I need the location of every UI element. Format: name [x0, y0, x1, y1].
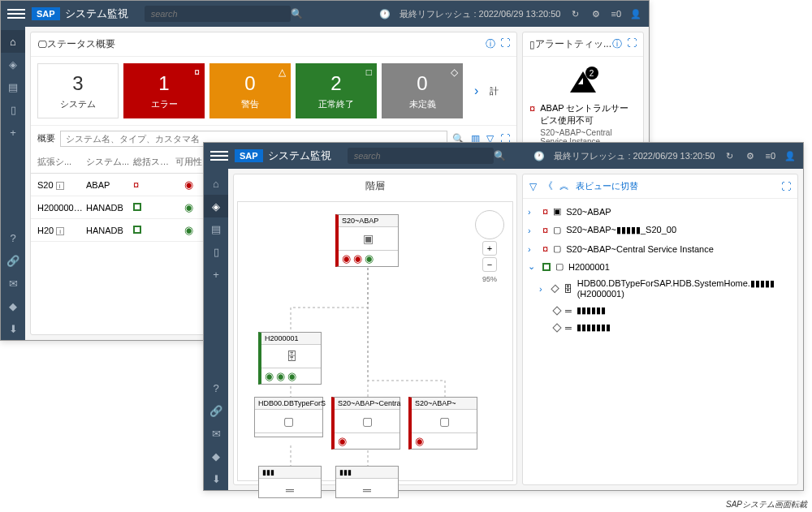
nav-link-icon[interactable]: 🔗 — [204, 399, 228, 422]
app-title: システム監視 — [268, 148, 331, 163]
gear-icon[interactable]: ⚙ — [590, 7, 603, 20]
tree-item[interactable]: ═ ▮▮▮▮▮▮ — [526, 302, 794, 319]
chevron-down-icon[interactable]: ⌄ — [528, 261, 538, 272]
nav-help-icon[interactable]: ? — [1, 226, 25, 249]
nav-mail-icon[interactable]: ✉ — [1, 272, 25, 295]
panel-title-icon: 🖵 — [37, 39, 47, 50]
tree-item[interactable]: › ¤ ▢ S20~ABAP~Central Service Instance — [526, 239, 794, 258]
tile-warning[interactable]: △ 0 警告 — [209, 63, 291, 118]
nav-layers-icon[interactable]: ◈ — [204, 195, 228, 217]
search-icon[interactable]: 🔍 — [494, 149, 507, 162]
zoom-out-button[interactable]: − — [482, 257, 497, 272]
availability-ok-icon: ◉ — [184, 201, 193, 213]
user-icon[interactable]: 👤 — [629, 7, 642, 20]
nav-doc-icon[interactable]: ▯ — [1, 98, 25, 121]
undefined-icon: ◇ — [451, 67, 458, 78]
left-nav: ⌂ ◈ ▤ ▯ + ? 🔗 ✉ ◆ ⬇ — [204, 169, 228, 490]
nav-download-icon[interactable]: ⬇ — [1, 317, 25, 340]
gear-icon[interactable]: ⚙ — [744, 149, 757, 162]
panel-title: ステータス概要 — [47, 37, 115, 51]
menu-icon[interactable] — [210, 147, 228, 165]
nav-add-icon[interactable]: + — [204, 263, 228, 286]
info-icon[interactable]: i — [56, 227, 64, 235]
tree-item[interactable]: › ¤ ▢ S20~ABAP~▮▮▮▮▮_S20_00 — [526, 221, 794, 239]
expand-icon[interactable]: ⛶ — [781, 181, 791, 192]
chevron-right-icon[interactable]: › — [528, 207, 538, 217]
info-icon[interactable]: ⓘ — [612, 37, 622, 51]
clock-icon: 🕐 — [533, 149, 546, 162]
search-input[interactable] — [145, 6, 291, 22]
tree-item[interactable]: ═ ▮▮▮▮▮▮▮ — [526, 319, 794, 336]
nav-tag-icon[interactable]: ◆ — [1, 295, 25, 317]
expand-all-icon[interactable]: ︽ — [559, 179, 569, 193]
col-header[interactable]: 拡張シ... — [37, 156, 86, 168]
nav-mail-icon[interactable]: ✉ — [204, 422, 228, 445]
nav-download-icon[interactable]: ⬇ — [204, 467, 228, 490]
expand-icon[interactable]: ⛶ — [500, 37, 510, 51]
nav-link-icon[interactable]: 🔗 — [1, 249, 25, 272]
sap-logo: SAP — [32, 7, 60, 20]
node-h2000001[interactable]: H2000001 🗄 ◉◉◉ — [258, 332, 322, 385]
refresh-icon[interactable]: ↻ — [568, 7, 581, 20]
tile-ok[interactable]: □ 2 正常終了 — [296, 63, 377, 118]
tiles-next-icon[interactable]: › — [468, 84, 485, 98]
message-indicator[interactable]: ≡0 — [765, 151, 775, 161]
chevron-right-icon[interactable]: › — [539, 284, 547, 294]
status-ok-icon — [133, 226, 141, 234]
info-icon[interactable]: i — [56, 182, 64, 190]
node-s20-abap[interactable]: S20~ABAP ▣ ◉◉◉ — [335, 214, 399, 267]
chevron-right-icon[interactable]: › — [528, 244, 538, 254]
shell-header: SAP システム監視 🔍 🕐 最終リフレッシュ : 2022/06/29 13:… — [1, 1, 649, 27]
expand-icon[interactable]: ⛶ — [627, 37, 637, 51]
window-system-monitoring-2: SAP システム監視 🔍 🕐 最終リフレッシュ : 2022/06/29 13:… — [203, 142, 804, 491]
col-header[interactable]: システム... — [86, 156, 133, 168]
col-header[interactable]: 可用性 — [174, 156, 206, 168]
tile-system[interactable]: 3 システム — [37, 63, 119, 118]
diagram-canvas[interactable]: S20~ABAP ▣ ◉◉◉ H2000001 🗄 ◉◉◉ HDB00.DBTy… — [237, 201, 513, 481]
node-hdb00[interactable]: HDB00.DBTypeForS ▢ — [254, 397, 323, 437]
nav-home-icon[interactable]: ⌂ — [204, 172, 228, 195]
node-abap-inst[interactable]: S20~ABAP~ ▢ ◉ — [408, 397, 477, 450]
node-blank-2[interactable]: ▮▮▮═ — [335, 466, 399, 498]
chevron-right-icon[interactable]: › — [528, 226, 538, 235]
tile-undefined[interactable]: ◇ 0 未定義 — [382, 63, 463, 118]
nav-help-icon[interactable]: ? — [204, 376, 228, 399]
col-header[interactable]: 総括ステ... — [133, 156, 174, 168]
zoom-in-button[interactable]: + — [482, 241, 497, 256]
user-icon[interactable]: 👤 — [784, 149, 797, 162]
nav-list-icon[interactable]: ▤ — [204, 217, 228, 240]
switch-view-link[interactable]: 表ビューに切替 — [576, 180, 638, 192]
search-icon[interactable]: 🔍 — [291, 7, 304, 20]
node-blank-1[interactable]: ▮▮▮═ — [258, 466, 322, 498]
tree-item[interactable]: › 🗄 HDB00.DBTypeForSAP.HDB.SystemHome.▮▮… — [526, 275, 794, 302]
doc-icon: ▢ — [553, 225, 561, 235]
search-input[interactable] — [348, 148, 494, 164]
alert-panel-icon: ▯ — [529, 39, 535, 50]
nav-home-icon[interactable]: ⌂ — [1, 30, 25, 53]
tree-item[interactable]: › ¤ ▣ S20~ABAP — [526, 202, 794, 221]
sap-logo: SAP — [235, 149, 263, 162]
collapse-icon[interactable]: 《 — [543, 179, 553, 193]
alert-title[interactable]: ABAP セントラルサービス使用不可 — [540, 102, 637, 127]
status-ok-icon — [542, 263, 551, 271]
nav-layers-icon[interactable]: ◈ — [1, 53, 25, 75]
diamond-icon — [552, 306, 561, 315]
node-central[interactable]: S20~ABAP~Centra ▢ ◉ — [331, 397, 400, 450]
image-caption: SAPシステム画面転載 — [726, 499, 807, 510]
nav-tag-icon[interactable]: ◆ — [204, 445, 228, 467]
nav-doc-icon[interactable]: ▯ — [204, 240, 228, 263]
message-indicator[interactable]: ≡0 — [611, 9, 621, 19]
tree-panel: ▽ 《 ︽ 表ビューに切替 ⛶ › ¤ ▣ S20~ABAP — [522, 174, 798, 485]
diamond-icon — [552, 323, 561, 332]
tree-item[interactable]: ⌄ ▢ H2000001 — [526, 258, 794, 275]
refresh-icon[interactable]: ↻ — [723, 149, 736, 162]
nav-add-icon[interactable]: + — [1, 121, 25, 144]
error-icon: ¤ — [194, 67, 200, 78]
refresh-timestamp: 最終リフレッシュ : 2022/06/29 13:20:50 — [554, 150, 715, 162]
menu-icon[interactable] — [7, 5, 25, 23]
nav-list-icon[interactable]: ▤ — [1, 75, 25, 98]
pan-compass[interactable] — [475, 210, 504, 239]
tile-error[interactable]: ¤ 1 エラー — [123, 63, 205, 118]
filter-icon[interactable]: ▽ — [529, 181, 537, 192]
info-icon[interactable]: ⓘ — [486, 37, 495, 51]
